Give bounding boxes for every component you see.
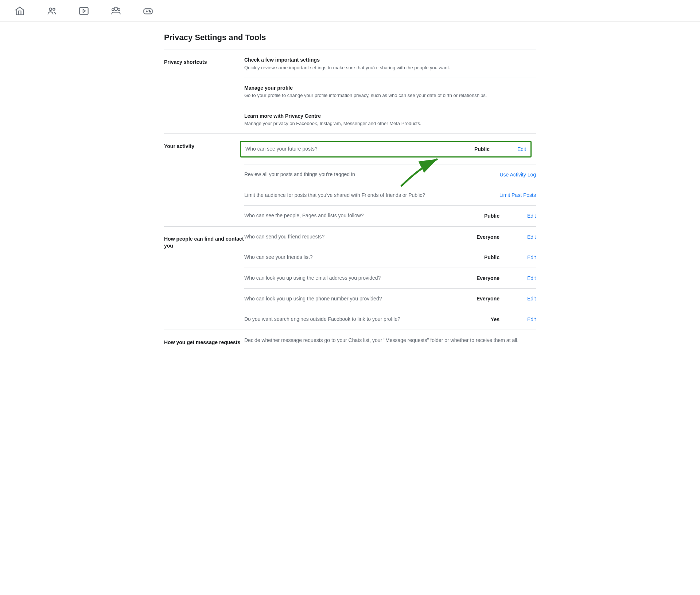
phone-lookup-title: Who can look you up using the phone numb… — [244, 296, 382, 302]
check-settings-subtitle: Quickly review some important settings t… — [244, 65, 536, 71]
learn-privacy-title: Learn more with Privacy Centre — [244, 113, 536, 120]
friend-requests-value: Everyone — [470, 234, 507, 240]
svg-rect-7 — [144, 9, 152, 14]
find-contact-rows: Who can send you friend requests? Everyo… — [244, 227, 536, 330]
section-your-activity: Your activity Who can see your future po… — [164, 134, 536, 226]
search-engines-edit[interactable]: Edit — [507, 316, 536, 322]
future-posts-edit[interactable]: Edit — [497, 146, 526, 152]
check-settings-title: Check a few important settings — [244, 57, 536, 64]
row-follow-pages: Who can see the people, Pages and lists … — [244, 206, 536, 226]
section-label-privacy-shortcuts: Privacy shortcuts — [164, 50, 244, 133]
friends-list-value: Public — [470, 254, 507, 260]
row-search-engines: Do you want search engines outside Faceb… — [244, 309, 536, 330]
friends-list-edit[interactable]: Edit — [507, 254, 536, 260]
follow-pages-title: Who can see the people, Pages and lists … — [244, 213, 364, 218]
your-activity-rows: Who can see your future posts? Public Ed… — [244, 134, 536, 226]
friend-requests-edit[interactable]: Edit — [507, 234, 536, 240]
future-posts-value: Public — [460, 146, 497, 152]
gaming-icon[interactable] — [143, 6, 153, 16]
section-label-find-contact: How people can find and contact you — [164, 227, 244, 330]
email-lookup-edit[interactable]: Edit — [507, 275, 536, 281]
svg-rect-2 — [79, 7, 88, 14]
section-label-your-activity: Your activity — [164, 134, 244, 226]
message-requests-desc-title: Decide whether message requests go to yo… — [244, 337, 518, 343]
row-email-lookup: Who can look you up using the email addr… — [244, 268, 536, 289]
limit-past-posts-link[interactable]: Limit Past Posts — [499, 192, 536, 198]
section-label-message-requests: How you get message requests — [164, 330, 244, 355]
row-message-requests-desc: Decide whether message requests go to yo… — [244, 330, 536, 351]
manage-profile-subtitle: Go to your profile to change your profil… — [244, 92, 536, 99]
row-future-posts: Who can see your future posts? Public Ed… — [244, 134, 536, 164]
search-engines-title: Do you want search engines outside Faceb… — [244, 316, 400, 322]
row-friend-requests: Who can send you friend requests? Everyo… — [244, 227, 536, 248]
top-navigation — [0, 0, 700, 22]
message-requests-rows: Decide whether message requests go to yo… — [244, 330, 536, 355]
section-privacy-shortcuts: Privacy shortcuts Check a few important … — [164, 50, 536, 133]
watch-icon[interactable] — [79, 6, 89, 16]
phone-lookup-value: Everyone — [470, 296, 507, 302]
groups-icon[interactable] — [111, 6, 121, 16]
friend-requests-title: Who can send you friend requests? — [244, 234, 324, 240]
row-review-posts: Review all your posts and things you're … — [244, 164, 536, 185]
privacy-shortcuts-rows: Check a few important settings Quickly r… — [244, 50, 536, 133]
friends-icon[interactable] — [47, 6, 57, 16]
follow-pages-value: Public — [470, 213, 507, 219]
limit-audience-title: Limit the audience for posts that you've… — [244, 192, 425, 198]
svg-point-11 — [150, 11, 151, 12]
manage-profile-title: Manage your profile — [244, 85, 536, 92]
row-friends-list: Who can see your friends list? Public Ed… — [244, 247, 536, 268]
row-manage-profile: Manage your profile Go to your profile t… — [244, 78, 536, 106]
svg-point-5 — [112, 8, 114, 11]
use-activity-log-link[interactable]: Use Activity Log — [499, 172, 536, 178]
learn-privacy-subtitle: Manage your privacy on Facebook, Instagr… — [244, 120, 536, 127]
search-engines-value: Yes — [470, 316, 507, 322]
row-limit-audience: Limit the audience for posts that you've… — [244, 185, 536, 206]
future-posts-title: Who can see your future posts? — [245, 146, 318, 152]
section-message-requests: How you get message requests Decide whet… — [164, 330, 536, 355]
svg-point-4 — [114, 7, 117, 10]
row-phone-lookup: Who can look you up using the phone numb… — [244, 289, 536, 310]
main-content: Privacy Settings and Tools Privacy short… — [149, 22, 551, 366]
friends-list-title: Who can see your friends list? — [244, 254, 313, 260]
email-lookup-value: Everyone — [470, 275, 507, 281]
svg-point-1 — [53, 8, 55, 10]
review-posts-title: Review all your posts and things you're … — [244, 171, 355, 177]
home-icon[interactable] — [15, 6, 25, 16]
follow-pages-edit[interactable]: Edit — [507, 213, 536, 219]
section-find-contact: How people can find and contact you Who … — [164, 227, 536, 330]
row-learn-privacy: Learn more with Privacy Centre Manage yo… — [244, 106, 536, 134]
page-title: Privacy Settings and Tools — [164, 33, 536, 42]
svg-point-0 — [49, 8, 52, 10]
row-check-settings: Check a few important settings Quickly r… — [244, 50, 536, 78]
phone-lookup-edit[interactable]: Edit — [507, 296, 536, 302]
email-lookup-title: Who can look you up using the email addr… — [244, 275, 381, 281]
svg-marker-3 — [83, 9, 86, 12]
svg-point-6 — [118, 8, 120, 11]
